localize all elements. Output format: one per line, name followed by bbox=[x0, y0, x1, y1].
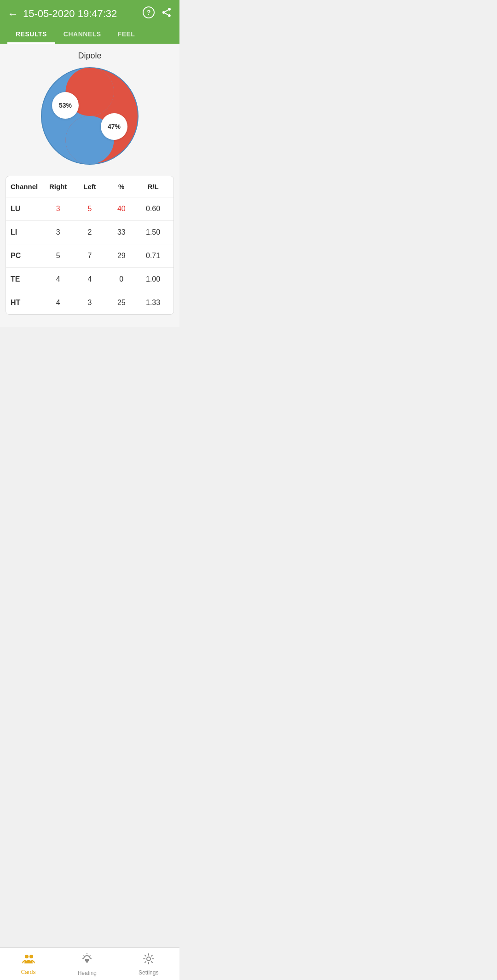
cell-rl: 1.33 bbox=[137, 299, 169, 307]
help-icon[interactable]: ? bbox=[143, 6, 155, 21]
yin-yang-svg bbox=[39, 65, 140, 167]
cell-left: 4 bbox=[74, 275, 106, 283]
table-row: HT 4 3 25 1.33 bbox=[6, 291, 173, 314]
table-row: TE 4 4 0 1.00 bbox=[6, 268, 173, 291]
cell-pct: 40 bbox=[105, 205, 137, 213]
cell-right: 4 bbox=[42, 299, 74, 307]
col-left: Left bbox=[74, 183, 106, 190]
data-table: Channel Right Left % R/L LU 3 5 40 0.60 … bbox=[6, 176, 174, 315]
cell-left: 5 bbox=[74, 205, 106, 213]
cell-pct: 29 bbox=[105, 252, 137, 260]
cell-pct: 0 bbox=[105, 275, 137, 283]
cell-left: 2 bbox=[74, 228, 106, 236]
cell-pct: 33 bbox=[105, 228, 137, 236]
cell-channel: LU bbox=[11, 205, 42, 213]
svg-text:?: ? bbox=[147, 9, 151, 16]
cell-rl: 0.71 bbox=[137, 252, 169, 260]
col-rl: R/L bbox=[137, 183, 169, 190]
table-body: LU 3 5 40 0.60 LI 3 2 33 1.50 PC 5 7 29 … bbox=[6, 197, 173, 314]
cell-left: 3 bbox=[74, 299, 106, 307]
share-icon[interactable] bbox=[161, 7, 172, 21]
cell-rl: 1.00 bbox=[137, 275, 169, 283]
yin-yang-chart: 53% 47% bbox=[6, 65, 174, 167]
yin-yang-wrapper: 53% 47% bbox=[39, 65, 140, 167]
left-percent-label: 53% bbox=[52, 92, 79, 119]
right-percent-label: 47% bbox=[101, 113, 127, 140]
cell-channel: TE bbox=[11, 275, 42, 283]
tabs-bar: RESULTS CHANNELS FEEL bbox=[7, 26, 172, 44]
col-channel: Channel bbox=[11, 183, 42, 190]
header-top: ← 15-05-2020 19:47:32 ? bbox=[7, 6, 172, 21]
datetime-label: 15-05-2020 19:47:32 bbox=[23, 8, 117, 20]
cell-right: 4 bbox=[42, 275, 74, 283]
cell-left: 7 bbox=[74, 252, 106, 260]
tab-results[interactable]: RESULTS bbox=[7, 26, 55, 44]
cell-channel: LI bbox=[11, 228, 42, 236]
table-row: LI 3 2 33 1.50 bbox=[6, 221, 173, 244]
cell-rl: 0.60 bbox=[137, 205, 169, 213]
cell-right: 5 bbox=[42, 252, 74, 260]
col-pct: % bbox=[105, 183, 137, 190]
cell-right: 3 bbox=[42, 228, 74, 236]
header-icons: ? bbox=[143, 6, 172, 21]
table-row: PC 5 7 29 0.71 bbox=[6, 244, 173, 268]
table-row: LU 3 5 40 0.60 bbox=[6, 197, 173, 221]
header-left: ← 15-05-2020 19:47:32 bbox=[7, 7, 117, 20]
tab-channels[interactable]: CHANNELS bbox=[55, 26, 110, 44]
back-button[interactable]: ← bbox=[7, 7, 18, 20]
cell-channel: PC bbox=[11, 252, 42, 260]
cell-channel: HT bbox=[11, 299, 42, 307]
cell-rl: 1.50 bbox=[137, 228, 169, 236]
col-right: Right bbox=[42, 183, 74, 190]
chart-title: Dipole bbox=[6, 51, 174, 61]
cell-right: 3 bbox=[42, 205, 74, 213]
app-header: ← 15-05-2020 19:47:32 ? RESULTS CHANNELS… bbox=[0, 0, 179, 44]
main-content: Dipole 53% 47% bbox=[0, 44, 179, 327]
tab-feel[interactable]: FEEL bbox=[110, 26, 144, 44]
cell-pct: 25 bbox=[105, 299, 137, 307]
table-header: Channel Right Left % R/L bbox=[6, 176, 173, 197]
